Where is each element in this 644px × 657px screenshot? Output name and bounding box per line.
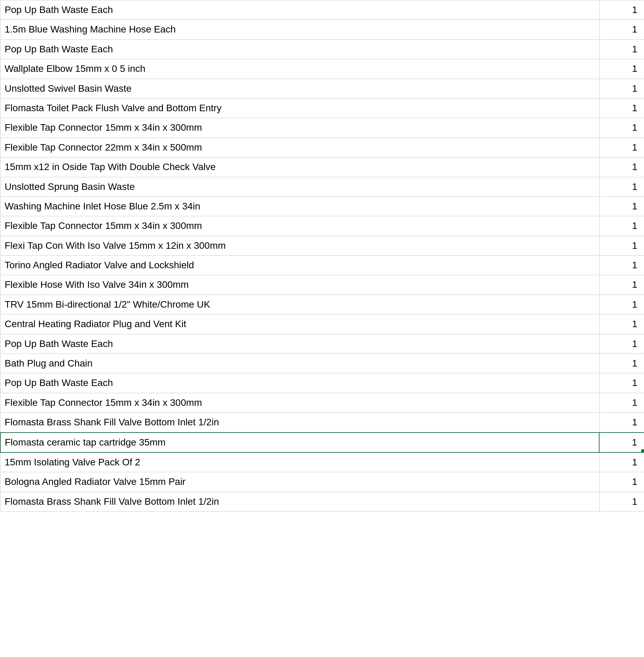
item-qty-cell: 1 <box>599 334 644 353</box>
item-qty-cell: 1 <box>599 433 644 452</box>
item-qty-cell: 1 <box>599 492 644 511</box>
item-qty-cell: 1 <box>599 79 644 98</box>
table-row[interactable]: 1.5m Blue Washing Machine Hose Each1 <box>0 20 644 39</box>
item-qty-cell: 1 <box>599 472 644 492</box>
item-qty-cell: 1 <box>599 98 644 118</box>
item-qty-cell: 1 <box>599 314 644 334</box>
item-qty-cell: 1 <box>599 452 644 472</box>
table-row[interactable]: Washing Machine Inlet Hose Blue 2.5m x 3… <box>0 196 644 216</box>
table-row[interactable]: Pop Up Bath Waste Each1 <box>0 373 644 393</box>
item-qty-cell: 1 <box>599 413 644 433</box>
item-name-cell: Flexible Hose With Iso Valve 34in x 300m… <box>0 275 599 295</box>
item-name-cell: 1.5m Blue Washing Machine Hose Each <box>0 20 599 39</box>
table-row[interactable]: Pop Up Bath Waste Each1 <box>0 39 644 59</box>
table-row[interactable]: Flexible Tap Connector 15mm x 34in x 300… <box>0 216 644 236</box>
item-name-cell: Washing Machine Inlet Hose Blue 2.5m x 3… <box>0 196 599 216</box>
item-name-cell: Flomasta Toilet Pack Flush Valve and Bot… <box>0 98 599 118</box>
item-name-cell: Unslotted Swivel Basin Waste <box>0 79 599 98</box>
item-qty-cell: 1 <box>599 275 644 295</box>
table-row[interactable]: Wallplate Elbow 15mm x 0 5 inch1 <box>0 59 644 79</box>
item-name-cell: Pop Up Bath Waste Each <box>0 0 599 20</box>
item-qty-cell: 1 <box>599 196 644 216</box>
item-qty-cell: 1 <box>599 0 644 20</box>
item-name-cell: 15mm x12 in Oside Tap With Double Check … <box>0 157 599 177</box>
table-row[interactable]: 15mm x12 in Oside Tap With Double Check … <box>0 157 644 177</box>
item-name-cell: Flomasta Brass Shank Fill Valve Bottom I… <box>0 413 599 433</box>
item-name-cell: 15mm Isolating Valve Pack Of 2 <box>0 452 599 472</box>
table-row[interactable]: Bath Plug and Chain1 <box>0 354 644 373</box>
table-row[interactable]: Flexible Tap Connector 22mm x 34in x 500… <box>0 138 644 157</box>
item-qty-cell: 1 <box>599 20 644 39</box>
items-table: Pop Up Bath Waste Each11.5m Blue Washing… <box>0 0 644 512</box>
table-row[interactable]: Flexible Tap Connector 15mm x 34in x 300… <box>0 118 644 138</box>
item-qty-cell: 1 <box>599 216 644 236</box>
table-row[interactable]: Unslotted Sprung Basin Waste1 <box>0 177 644 196</box>
item-qty-cell: 1 <box>599 354 644 373</box>
item-qty-cell: 1 <box>599 138 644 157</box>
table-row[interactable]: Flexible Tap Connector 15mm x 34in x 300… <box>0 393 644 412</box>
table-row[interactable]: Bologna Angled Radiator Valve 15mm Pair1 <box>0 472 644 492</box>
item-name-cell: Flexi Tap Con With Iso Valve 15mm x 12in… <box>0 236 599 255</box>
item-qty-cell: 1 <box>599 295 644 314</box>
table-row[interactable]: Unslotted Swivel Basin Waste1 <box>0 79 644 98</box>
table-row[interactable]: 15mm Isolating Valve Pack Of 21 <box>0 452 644 472</box>
table-row[interactable]: Pop Up Bath Waste Each1 <box>0 334 644 353</box>
item-qty-cell: 1 <box>599 393 644 412</box>
table-row[interactable]: Flomasta Brass Shank Fill Valve Bottom I… <box>0 413 644 433</box>
item-name-cell: TRV 15mm Bi-directional 1/2" White/Chrom… <box>0 295 599 314</box>
resize-handle[interactable] <box>641 449 644 453</box>
item-qty-cell: 1 <box>599 236 644 255</box>
item-qty-cell: 1 <box>599 256 644 275</box>
table-row[interactable]: Pop Up Bath Waste Each1 <box>0 0 644 20</box>
table-row[interactable]: Flomasta Brass Shank Fill Valve Bottom I… <box>0 492 644 511</box>
item-qty-cell: 1 <box>599 39 644 59</box>
table-row[interactable]: TRV 15mm Bi-directional 1/2" White/Chrom… <box>0 295 644 314</box>
item-name-cell: Central Heating Radiator Plug and Vent K… <box>0 314 599 334</box>
item-name-cell: Unslotted Sprung Basin Waste <box>0 177 599 196</box>
item-name-cell: Flexible Tap Connector 22mm x 34in x 500… <box>0 138 599 157</box>
item-name-cell: Bologna Angled Radiator Valve 15mm Pair <box>0 472 599 492</box>
item-name-cell: Flomasta ceramic tap cartridge 35mm <box>0 433 599 452</box>
item-name-cell: Wallplate Elbow 15mm x 0 5 inch <box>0 59 599 79</box>
item-qty-cell: 1 <box>599 118 644 138</box>
item-name-cell: Torino Angled Radiator Valve and Lockshi… <box>0 256 599 275</box>
table-row[interactable]: Torino Angled Radiator Valve and Lockshi… <box>0 256 644 275</box>
item-name-cell: Flomasta Brass Shank Fill Valve Bottom I… <box>0 492 599 511</box>
item-name-cell: Bath Plug and Chain <box>0 354 599 373</box>
item-qty-cell: 1 <box>599 59 644 79</box>
item-name-cell: Pop Up Bath Waste Each <box>0 334 599 353</box>
table-row[interactable]: Flomasta ceramic tap cartridge 35mm1 <box>0 433 644 452</box>
item-name-cell: Pop Up Bath Waste Each <box>0 39 599 59</box>
item-name-cell: Flexible Tap Connector 15mm x 34in x 300… <box>0 393 599 412</box>
table-row[interactable]: Central Heating Radiator Plug and Vent K… <box>0 314 644 334</box>
item-name-cell: Flexible Tap Connector 15mm x 34in x 300… <box>0 216 599 236</box>
item-qty-cell: 1 <box>599 157 644 177</box>
table-row[interactable]: Flexible Hose With Iso Valve 34in x 300m… <box>0 275 644 295</box>
item-name-cell: Pop Up Bath Waste Each <box>0 373 599 393</box>
item-qty-cell: 1 <box>599 177 644 196</box>
spreadsheet-container: Pop Up Bath Waste Each11.5m Blue Washing… <box>0 0 644 512</box>
item-qty-cell: 1 <box>599 373 644 393</box>
table-row[interactable]: Flomasta Toilet Pack Flush Valve and Bot… <box>0 98 644 118</box>
item-name-cell: Flexible Tap Connector 15mm x 34in x 300… <box>0 118 599 138</box>
table-row[interactable]: Flexi Tap Con With Iso Valve 15mm x 12in… <box>0 236 644 255</box>
